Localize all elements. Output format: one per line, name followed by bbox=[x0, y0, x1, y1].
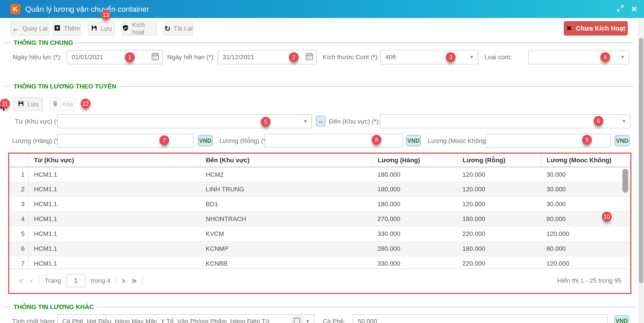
back-button[interactable]: ← Quay Lại bbox=[10, 22, 49, 35]
annotation-badge: 10 bbox=[602, 212, 612, 222]
annotation-badge: 9 bbox=[582, 135, 592, 145]
page-scrollbar-thumb[interactable] bbox=[639, 38, 643, 283]
status-badge[interactable]: ✖ Chưa Kích Hoạt bbox=[564, 21, 628, 35]
annotation-badge: 8 bbox=[372, 135, 382, 145]
cont-type-label: Loại cont: bbox=[484, 53, 512, 61]
pagination-bar: « ‹ Trang trong 4 › » Hiển thị 1 - 25 tr… bbox=[10, 268, 630, 293]
cell: 120.000 bbox=[457, 167, 541, 182]
reload-button[interactable]: ↻ Tải Lại bbox=[164, 22, 193, 35]
coffee-salary-field[interactable] bbox=[353, 314, 608, 323]
add-button-label: Thêm bbox=[64, 25, 80, 32]
table-row[interactable]: 4HCM1.1NHONTRACH270.000180.00080.000 bbox=[10, 212, 630, 226]
calendar-icon[interactable] bbox=[151, 52, 160, 62]
column-header[interactable] bbox=[10, 154, 28, 167]
column-header[interactable]: Lương (Rỗng) bbox=[457, 154, 541, 167]
table-scrollbar-thumb[interactable] bbox=[622, 169, 628, 193]
activate-button[interactable]: Kích hoạt bbox=[122, 22, 157, 35]
cell: NHONTRACH bbox=[200, 212, 372, 226]
table-header-row: Từ (Khu vực)Đến (Khu vực)Lương (Hàng)Lươ… bbox=[10, 154, 630, 167]
column-header[interactable]: Lương (Mooc Không) bbox=[541, 154, 630, 167]
page-number-input[interactable] bbox=[66, 274, 86, 287]
cell: 180.000 bbox=[457, 212, 541, 226]
x-icon: ✖ bbox=[566, 25, 572, 32]
close-icon[interactable]: ✖ bbox=[631, 5, 638, 13]
coffee-label: Cà Phê: bbox=[323, 318, 346, 323]
salary-loaded-input[interactable] bbox=[58, 134, 193, 147]
from-area-label: Từ (Khu vực) (*): bbox=[15, 118, 63, 125]
annotation-badge: 4 bbox=[600, 52, 610, 62]
cell: 220.000 bbox=[457, 256, 541, 268]
table-row[interactable]: 3HCM1.1BD1180.000120.00030.000 bbox=[10, 197, 630, 212]
table-row[interactable]: 1HCM1.1HCM2180.000120.00030.000 bbox=[10, 167, 630, 182]
row-index: 1 bbox=[10, 167, 28, 182]
table-row[interactable]: 6HCM1.1KCNMP280.000180.00080.000 bbox=[10, 241, 630, 256]
table-row[interactable]: 7HCM1.1KCNBB330.000220.000120.000 bbox=[10, 256, 630, 268]
chevron-down-icon: ▼ bbox=[305, 319, 310, 323]
cell: LINH TRUNG bbox=[200, 182, 372, 197]
last-page-icon[interactable]: » bbox=[131, 277, 137, 285]
to-area-select[interactable]: ▼ bbox=[380, 114, 630, 128]
table-row[interactable]: 5HCM1.1KVCM330.000220.000120.000 bbox=[10, 226, 630, 241]
save-button-label: Lưu bbox=[101, 25, 112, 32]
column-header[interactable]: Đến (Khu vực) bbox=[200, 154, 372, 167]
pager-divider bbox=[116, 276, 116, 286]
section-general: THÔNG TIN CHUNG bbox=[4, 39, 634, 46]
first-page-icon[interactable]: « bbox=[18, 277, 24, 285]
row-index: 3 bbox=[10, 197, 28, 212]
currency-badge: VND bbox=[198, 135, 213, 146]
cell: 80.000 bbox=[541, 241, 630, 256]
save-icon bbox=[91, 24, 98, 33]
cell: 280.000 bbox=[372, 241, 457, 256]
section-title: THÔNG TIN LƯƠNG THEO TUYẾN bbox=[14, 83, 116, 90]
annotation-badge: 1 bbox=[125, 52, 135, 62]
goods-type-multiselect[interactable]: Cà Phê, Hạt Điều, Hàng May Mặc, Y Tế, Vă… bbox=[57, 314, 314, 323]
effective-date-input[interactable] bbox=[67, 50, 162, 64]
app-logo: K bbox=[10, 4, 20, 14]
reload-button-label: Tải Lại bbox=[174, 25, 192, 32]
cell: HCM1.1 bbox=[28, 167, 200, 182]
cell: KVCM bbox=[200, 226, 372, 241]
effective-date-field[interactable] bbox=[67, 50, 163, 64]
effective-date-label: Ngày hiệu lực (*): bbox=[12, 53, 62, 61]
salary-empty-input[interactable] bbox=[265, 134, 402, 147]
annotation-badge: 3 bbox=[446, 52, 456, 62]
checkbox-icon[interactable] bbox=[291, 315, 303, 323]
save-button[interactable]: Lưu bbox=[88, 22, 115, 35]
refresh-icon: ↻ bbox=[164, 25, 170, 32]
expiry-date-input[interactable] bbox=[218, 50, 316, 64]
currency-badge: VND bbox=[614, 315, 629, 323]
grid-body: Từ (Khu vực)Đến (Khu vực)Lương (Hàng)Lươ… bbox=[10, 154, 630, 268]
table-row[interactable]: 2HCM1.1LINH TRUNG180.000120.00030.000 bbox=[10, 182, 630, 197]
route-save-button[interactable]: Lưu bbox=[14, 97, 43, 111]
from-area-select[interactable]: ▼ bbox=[57, 114, 312, 128]
salary-empty-field[interactable] bbox=[264, 134, 402, 148]
to-area-label: Đến (Khu vực) (*): bbox=[329, 118, 380, 125]
next-page-icon[interactable]: › bbox=[122, 277, 126, 285]
salary-mooc-label: Lương (Mooc Không): bbox=[428, 137, 490, 144]
add-button[interactable]: Thêm bbox=[53, 22, 81, 35]
pagination-summary: Hiển thị 1 - 25 trong 95 bbox=[557, 277, 622, 284]
cell: BD1 bbox=[200, 197, 372, 212]
cont-type-select[interactable]: ▼ bbox=[528, 50, 629, 64]
salary-mooc-field[interactable] bbox=[486, 134, 611, 148]
prev-page-icon[interactable]: ‹ bbox=[30, 277, 34, 285]
salary-loaded-field[interactable] bbox=[57, 134, 194, 148]
back-button-label: Quay Lại bbox=[22, 25, 48, 32]
coffee-salary-input[interactable] bbox=[353, 315, 607, 323]
expand-icon[interactable] bbox=[616, 4, 624, 14]
cont-size-value: 40ft bbox=[381, 53, 396, 61]
column-header[interactable]: Từ (Khu vực) bbox=[28, 154, 200, 167]
salary-loaded-label: Lương (Hàng) (*): bbox=[12, 137, 62, 144]
chevron-down-icon: ▼ bbox=[303, 118, 308, 124]
swap-areas-button[interactable]: ↔ bbox=[316, 116, 326, 126]
column-header[interactable]: Lương (Hàng) bbox=[372, 154, 457, 167]
route-delete-button[interactable]: Xóa bbox=[50, 97, 75, 111]
calendar-icon[interactable] bbox=[305, 52, 314, 62]
cell: 30.000 bbox=[541, 197, 630, 212]
cont-size-select[interactable]: 40ft ▼ bbox=[380, 50, 478, 64]
row-index: 7 bbox=[10, 256, 28, 268]
swap-icon: ↔ bbox=[318, 118, 324, 125]
expiry-date-field[interactable] bbox=[218, 50, 317, 64]
cell: 220.000 bbox=[457, 226, 541, 241]
cell: 180.000 bbox=[372, 197, 457, 212]
